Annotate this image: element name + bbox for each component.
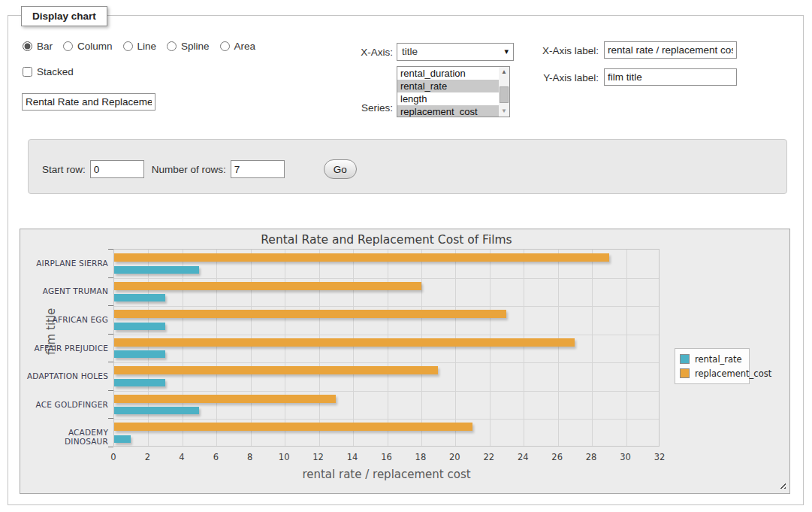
- chart-type-label: Area: [234, 41, 256, 52]
- chart-type-label: Spline: [181, 41, 210, 52]
- series-option-replacement_cost[interactable]: replacement_cost: [397, 105, 509, 117]
- resize-handle-icon[interactable]: [777, 480, 786, 489]
- legend-label: replacement_cost: [695, 368, 771, 379]
- chart-type-radio-spline[interactable]: [167, 41, 177, 51]
- gridline: [490, 250, 491, 446]
- y-tick-mark: [108, 249, 113, 250]
- y-axis-label-input[interactable]: [604, 68, 737, 86]
- stacked-option: Stacked: [23, 66, 74, 77]
- x-tick-label: 28: [576, 452, 606, 462]
- x-tick-label: 10: [269, 452, 299, 462]
- x-tick-label: 32: [644, 452, 675, 462]
- category-label: AGENT TRUMAN: [24, 286, 108, 295]
- y-tick-mark: [108, 418, 113, 419]
- x-axis-label-input[interactable]: [604, 41, 737, 59]
- bar-replacement_cost: [114, 282, 421, 290]
- gridline: [285, 250, 285, 446]
- bar-replacement_cost: [114, 395, 336, 403]
- scrollbar-thumb[interactable]: [500, 86, 509, 103]
- x-tick-label: 22: [474, 452, 504, 462]
- bar-replacement_cost: [114, 310, 506, 318]
- legend-swatch-replacement_cost: [680, 368, 690, 378]
- gridline: [319, 250, 320, 446]
- go-button[interactable]: Go: [324, 159, 357, 179]
- gridline: [114, 278, 659, 279]
- bar-rental_rate: [114, 379, 165, 386]
- num-rows-label: Number of rows:: [152, 164, 226, 175]
- series-multiselect[interactable]: rental_durationrental_ratelengthreplacem…: [397, 66, 510, 117]
- x-tick-label: 26: [542, 452, 572, 462]
- category-label: AIRPLANE SIERRA: [24, 259, 108, 268]
- gridline: [114, 362, 659, 363]
- x-tick-label: 20: [439, 452, 469, 462]
- gridline: [114, 419, 659, 420]
- gridline: [421, 250, 422, 446]
- chart-type-label: Bar: [37, 41, 53, 52]
- x-axis-select-label: X-Axis:: [325, 47, 393, 58]
- gridline: [592, 250, 593, 446]
- x-tick-label: 12: [303, 452, 334, 462]
- x-tick-label: 6: [201, 452, 231, 462]
- series-option-length[interactable]: length: [397, 92, 509, 105]
- x-tick-label: 8: [235, 452, 265, 462]
- gridline: [251, 250, 252, 446]
- y-tick-mark: [108, 277, 113, 278]
- x-tick-label: 30: [611, 452, 641, 462]
- category-label: AFRICAN EGG: [24, 315, 108, 324]
- fieldset-legend: Display chart: [21, 6, 107, 26]
- chart-type-radio-bar[interactable]: [23, 41, 32, 51]
- gridline: [353, 250, 354, 446]
- x-axis-label-field-label: X-Axis label:: [527, 45, 599, 56]
- y-tick-mark: [108, 305, 113, 306]
- row-range-panel: Start row: Number of rows: Go: [28, 139, 787, 194]
- gridline: [148, 250, 149, 446]
- x-axis-select[interactable]: title ▾: [397, 43, 514, 61]
- gridline: [114, 306, 659, 307]
- bar-rental_rate: [114, 323, 165, 330]
- y-axis-label-field-label: Y-Axis label:: [527, 72, 599, 83]
- category-label: ACE GOLDFINGER: [24, 400, 108, 409]
- num-rows-input[interactable]: [231, 160, 285, 178]
- series-option-rental_duration[interactable]: rental_duration: [397, 67, 509, 80]
- gridline: [524, 250, 524, 446]
- start-row-input[interactable]: [90, 160, 144, 178]
- gridline: [626, 250, 627, 446]
- bar-rental_rate: [114, 350, 165, 358]
- chart-type-label: Column: [77, 41, 113, 52]
- display-chart-page: Display chart BarColumnLineSplineArea St…: [0, 0, 812, 512]
- gridline: [558, 250, 559, 446]
- bar-replacement_cost: [114, 423, 472, 431]
- legend-swatch-rental_rate: [680, 354, 690, 364]
- x-tick-label: 0: [98, 452, 128, 462]
- bar-rental_rate: [114, 407, 199, 414]
- x-tick-label: 2: [132, 452, 162, 462]
- legend-item: rental_rate: [680, 352, 744, 366]
- category-label: AFFAIR PREJUDICE: [24, 344, 108, 353]
- chart-title: Rental Rate and Replacement Cost of Film…: [113, 233, 660, 247]
- stacked-label: Stacked: [37, 66, 74, 77]
- bar-replacement_cost: [114, 253, 609, 262]
- chart-type-radio-area[interactable]: [220, 41, 230, 51]
- dropdown-arrow-icon: ▾: [504, 47, 509, 56]
- chart-type-radio-line[interactable]: [123, 41, 133, 51]
- legend-item: replacement_cost: [680, 366, 744, 380]
- chart-type-radio-group: BarColumnLineSplineArea: [23, 41, 261, 52]
- bar-replacement_cost: [114, 366, 438, 374]
- gridline: [114, 391, 659, 392]
- chart-title-input[interactable]: [22, 93, 155, 111]
- start-row-label: Start row:: [42, 164, 86, 175]
- series-scrollbar[interactable]: ▲ ▼: [499, 67, 509, 117]
- plot-area: [113, 249, 660, 447]
- x-axis-title: rental rate / replacement cost: [113, 468, 660, 481]
- stacked-checkbox[interactable]: [23, 67, 32, 77]
- y-tick-mark: [108, 334, 113, 335]
- chart-type-radio-column[interactable]: [63, 41, 73, 51]
- scroll-down-icon[interactable]: ▼: [499, 106, 509, 117]
- scroll-up-icon[interactable]: ▲: [499, 67, 509, 77]
- chart-container: Rental Rate and Replacement Cost of Film…: [20, 229, 790, 494]
- x-tick-label: 16: [372, 452, 402, 462]
- gridline: [216, 250, 217, 446]
- bar-replacement_cost: [114, 338, 575, 347]
- category-label: ACADEMY DINOSAUR: [24, 428, 108, 446]
- series-option-rental_rate[interactable]: rental_rate: [397, 80, 509, 92]
